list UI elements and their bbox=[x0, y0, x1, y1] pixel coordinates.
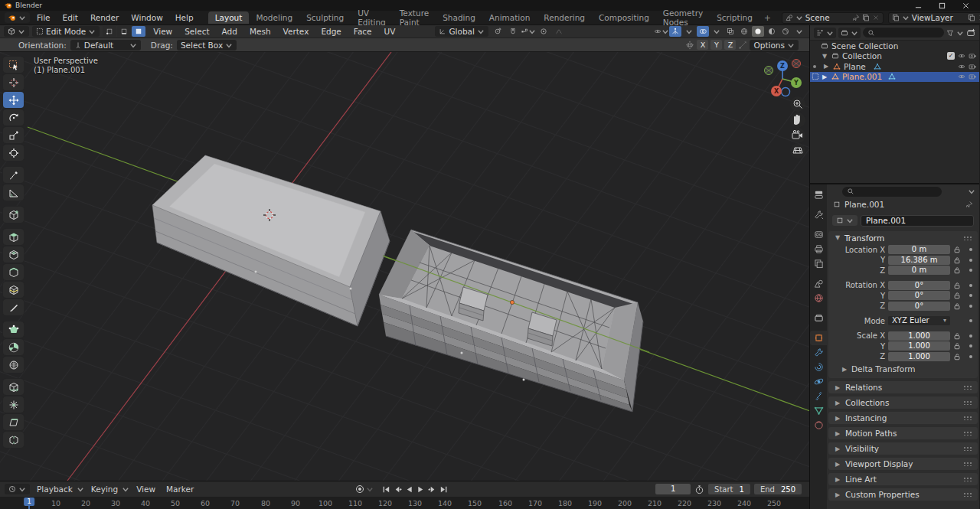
menu-keying[interactable]: Keying bbox=[87, 484, 122, 494]
animate-dot[interactable] bbox=[969, 248, 972, 251]
animate-dot[interactable] bbox=[969, 259, 972, 262]
menu-tl-view[interactable]: View bbox=[132, 484, 159, 494]
tool-loop-cut[interactable] bbox=[3, 282, 24, 298]
tool-move[interactable] bbox=[3, 92, 24, 108]
animate-dot[interactable] bbox=[969, 319, 972, 322]
3d-viewport[interactable]: Z X Y User Persp bbox=[0, 52, 809, 481]
tool-shrink-fatten[interactable] bbox=[3, 396, 24, 413]
menu-edge[interactable]: Edge bbox=[316, 26, 345, 37]
menu-marker[interactable]: Marker bbox=[162, 484, 198, 494]
tool-poly-build[interactable] bbox=[3, 321, 24, 338]
current-frame-field[interactable]: 1 bbox=[655, 484, 691, 494]
pan-button[interactable] bbox=[790, 113, 805, 128]
tool-select-box[interactable] bbox=[3, 57, 24, 73]
menu-help[interactable]: Help bbox=[170, 11, 199, 24]
drag-mode-dropdown[interactable]: Select Box bbox=[177, 40, 237, 51]
mirror-z-toggle[interactable]: Z bbox=[724, 40, 736, 50]
properties-editor-type-button[interactable] bbox=[810, 188, 827, 202]
lock-icon[interactable] bbox=[953, 332, 961, 340]
rotation-z-field[interactable]: 0° bbox=[888, 302, 950, 311]
tool-measure[interactable] bbox=[3, 184, 24, 201]
panel-grip-icon[interactable] bbox=[963, 400, 972, 405]
outliner-display-mode-button[interactable] bbox=[814, 28, 836, 38]
transform-orientation-dropdown[interactable]: Global bbox=[435, 26, 488, 37]
tab-rendering[interactable]: Rendering bbox=[537, 11, 592, 24]
overlays-toggle-button[interactable] bbox=[697, 26, 709, 37]
playhead[interactable]: 1 bbox=[24, 498, 34, 506]
tab-shading[interactable]: Shading bbox=[436, 11, 482, 24]
tab-tool-properties[interactable] bbox=[810, 207, 827, 222]
play-button[interactable] bbox=[416, 485, 426, 494]
tab-layout[interactable]: Layout bbox=[208, 11, 250, 24]
xray-toggle-button[interactable] bbox=[724, 26, 737, 37]
next-keyframe-button[interactable] bbox=[427, 485, 437, 494]
panel-line-art[interactable]: ▶Line Art bbox=[828, 473, 978, 485]
menu-edit[interactable]: Edit bbox=[57, 11, 83, 24]
tool-edge-slide[interactable] bbox=[3, 379, 24, 395]
new-scene-icon[interactable] bbox=[862, 14, 870, 21]
expand-icon[interactable]: ▼ bbox=[821, 53, 828, 60]
panel-viewport-display[interactable]: ▶Viewport Display bbox=[828, 458, 978, 470]
menu-face[interactable]: Face bbox=[349, 26, 377, 37]
tab-output-properties[interactable] bbox=[810, 242, 827, 256]
outliner-collection-filter-button[interactable] bbox=[838, 28, 861, 38]
tool-spin[interactable] bbox=[3, 339, 24, 355]
snap-projection-icon[interactable] bbox=[738, 41, 747, 50]
panel-grip-icon[interactable] bbox=[963, 492, 972, 497]
animate-dot[interactable] bbox=[969, 344, 972, 347]
tool-knife[interactable] bbox=[3, 299, 24, 315]
unlink-scene-icon[interactable] bbox=[872, 14, 880, 21]
timeline-editor-type-button[interactable] bbox=[5, 484, 30, 494]
outliner-search-input[interactable] bbox=[863, 28, 944, 38]
prev-keyframe-button[interactable] bbox=[393, 485, 403, 494]
outliner-row-collection[interactable]: ▼ Collection ✓ bbox=[810, 51, 979, 62]
scale-x-field[interactable]: 1.000 bbox=[888, 331, 950, 341]
delta-transform-subpanel[interactable]: ▶Delta Transform bbox=[828, 364, 978, 374]
disable-render-icon[interactable] bbox=[969, 63, 976, 70]
shading-material-button[interactable] bbox=[766, 26, 778, 37]
location-y-field[interactable]: 16.386 m bbox=[888, 256, 950, 265]
chevron-down-icon[interactable] bbox=[968, 188, 975, 195]
menu-select[interactable]: Select bbox=[180, 26, 214, 37]
location-z-field[interactable]: 0 m bbox=[888, 266, 950, 275]
hide-eye-icon[interactable] bbox=[958, 52, 965, 60]
menu-view[interactable]: View bbox=[149, 26, 177, 37]
tab-viewlayer-properties[interactable] bbox=[810, 256, 827, 271]
tab-animation[interactable]: Animation bbox=[482, 11, 537, 24]
frame-end-field[interactable]: End250 bbox=[754, 484, 802, 494]
lock-icon[interactable] bbox=[953, 256, 961, 264]
shading-rendered-button[interactable] bbox=[779, 26, 792, 37]
outliner-row-plane001[interactable]: ▶ Plane.001 bbox=[810, 72, 979, 83]
animate-dot[interactable] bbox=[969, 294, 972, 297]
tool-shear[interactable] bbox=[3, 414, 24, 430]
animate-dot[interactable] bbox=[969, 269, 972, 272]
panel-motion-paths[interactable]: ▶Motion Paths bbox=[828, 427, 978, 439]
properties-search-input[interactable] bbox=[842, 187, 942, 197]
app-menu-button[interactable] bbox=[5, 12, 30, 23]
menu-render[interactable]: Render bbox=[85, 11, 124, 24]
disable-render-icon[interactable] bbox=[969, 73, 976, 80]
hide-eye-icon[interactable] bbox=[958, 63, 965, 70]
vertex-select-button[interactable] bbox=[103, 26, 116, 37]
lock-icon[interactable] bbox=[953, 282, 961, 289]
face-select-button[interactable] bbox=[132, 26, 145, 37]
outliner-row-scene-collection[interactable]: Scene Collection bbox=[810, 41, 979, 51]
mirror-x-toggle[interactable]: X bbox=[697, 40, 708, 50]
mirror-y-toggle[interactable]: Y bbox=[710, 40, 722, 50]
panel-relations[interactable]: ▶Relations bbox=[828, 381, 978, 393]
expand-icon[interactable]: ▶ bbox=[821, 73, 828, 80]
transform-panel-header[interactable]: ▼ Transform bbox=[828, 231, 978, 244]
menu-add[interactable]: Add bbox=[217, 26, 242, 37]
tool-extrude-region[interactable] bbox=[3, 229, 24, 245]
show-gizmo-dropdown[interactable] bbox=[655, 26, 668, 37]
tab-collection-properties[interactable] bbox=[810, 311, 827, 325]
editor-type-button[interactable] bbox=[4, 26, 29, 37]
filter-icon[interactable] bbox=[946, 29, 954, 37]
rotation-y-field[interactable]: 0° bbox=[888, 291, 950, 300]
lock-icon[interactable] bbox=[953, 353, 961, 361]
panel-instancing[interactable]: ▶Instancing bbox=[828, 412, 978, 424]
tab-object-properties[interactable] bbox=[810, 331, 827, 345]
expand-icon[interactable]: ▶ bbox=[822, 63, 830, 70]
rotation-mode-dropdown[interactable]: XYZ Euler▾ bbox=[888, 316, 950, 325]
use-preview-range-button[interactable] bbox=[694, 485, 704, 494]
